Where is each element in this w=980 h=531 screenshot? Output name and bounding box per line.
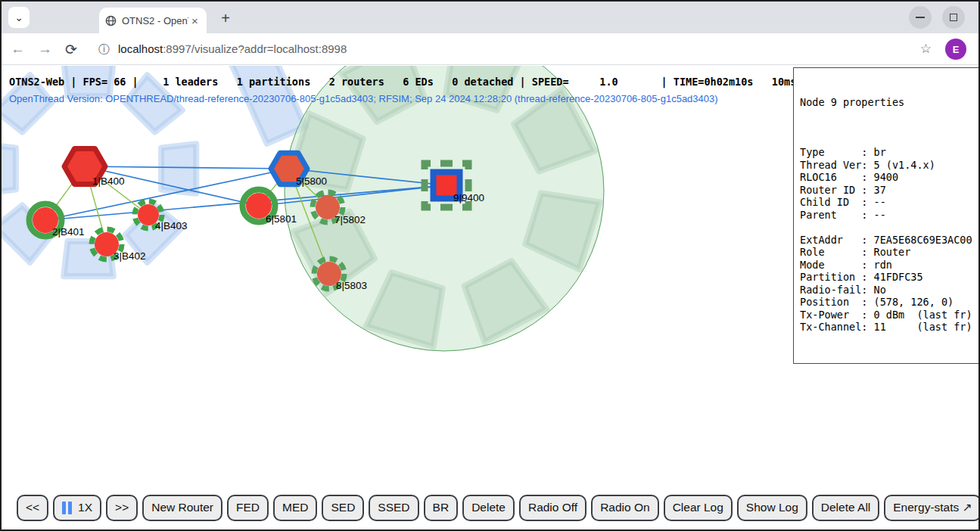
pause-icon [62,502,66,514]
property-line: Parent : -- [800,209,973,222]
ssed-button[interactable]: SSED [369,495,418,521]
speed-label: 1X [78,501,92,514]
property-line: Mode : rdn [800,259,973,272]
property-line: Role : Router [800,246,973,259]
property-line [800,134,973,147]
show-log-button[interactable]: Show Log [737,495,807,521]
window-minimize-button[interactable] [909,6,932,29]
property-line [800,221,973,234]
node-6-label: 6|5801 [266,213,297,225]
property-line: Partition : 41FDFC35 [800,271,973,284]
sed-button[interactable]: SED [322,495,364,521]
tab-close-icon[interactable]: × [191,15,198,26]
node-7-label: 7|5802 [334,214,366,225]
radio-off-button[interactable]: Radio Off [519,495,586,521]
globe-icon [105,15,117,26]
node-properties-body: Type : brThread Ver: 5 (v1.4.x)RLOC16 : … [800,134,973,334]
new-router-button[interactable]: New Router [142,495,222,521]
forward-icon[interactable]: → [38,33,52,65]
url-path: :8997/visualize?addr=localhost:8998 [163,42,347,55]
reload-icon[interactable]: ⟳ [65,33,77,65]
pause-icon [68,502,72,514]
node-3-label: 3|B402 [114,250,146,262]
maximize-icon [950,14,957,21]
new-tab-button[interactable]: + [215,8,236,29]
minimize-icon [916,17,925,18]
property-line: Child ID : -- [800,196,973,209]
address-bar[interactable]: localhost:8997/visualize?addr=localhost:… [118,33,347,65]
profile-avatar[interactable]: E [945,39,966,60]
property-line: Router ID : 37 [800,184,973,197]
network-canvas[interactable]: 1|B4002|B4013|B4024|B4035|58006|58017|58… [2,66,795,531]
url-host: localhost [118,42,163,55]
browser-toolbar: ← → ⟳ ⓘ localhost:8997/visualize?addr=lo… [2,33,978,65]
property-line: Radio-fail: No [800,284,973,297]
bookmark-star-icon[interactable]: ☆ [920,33,932,65]
openthread-version-line: OpenThread Version: OPENTHREAD/thread-re… [9,93,718,104]
delete-all-button[interactable]: Delete All [812,495,879,521]
fed-button[interactable]: FED [227,495,269,521]
otns-page: 1|B4002|B4013|B4024|B4035|58006|58017|58… [2,66,978,529]
property-line: Position : (578, 126, 0) [800,296,973,309]
energy-stats-button[interactable]: Energy-stats ↗ [884,495,980,521]
window-maximize-button[interactable] [942,6,965,29]
tab-title: OTNS2 - OpenThread Ne [122,15,188,26]
step-forward-button[interactable]: >> [106,495,138,521]
property-line: Thread Ver: 5 (v1.4.x) [800,159,973,172]
tab-strip: ⌄ OTNS2 - OpenThread Ne × + [2,2,978,33]
med-button[interactable]: MED [273,495,317,521]
delete-button[interactable]: Delete [462,495,515,521]
simulation-status-line: OTNS2-Web | FPS= 66 | 1 leaders 1 partit… [9,76,833,88]
property-line: ExtAddr : 7EA5E68C69E3AC00 [800,234,973,247]
tab-search-chevron-icon[interactable]: ⌄ [8,7,30,28]
site-info-icon[interactable]: ⓘ [98,33,110,65]
node-8-label: 8|5803 [336,280,367,291]
partition-gear-tooth [2,144,16,194]
step-back-button[interactable]: << [17,495,48,521]
node-2-label: 2|B401 [52,226,85,238]
back-icon[interactable]: ← [11,33,25,65]
clear-log-button[interactable]: Clear Log [664,495,733,521]
browser-window: ⌄ OTNS2 - OpenThread Ne × + ← → ⟳ ⓘ loca… [0,0,980,531]
radio-on-button[interactable]: Radio On [591,495,658,521]
property-line: Tx-Channel: 11 (last fr) [800,321,973,334]
property-line: Tx-Power : 0 dBm (last fr) [800,309,973,321]
node-properties-title: Node 9 properties [800,96,973,109]
node-properties-panel: Node 9 properties Type : brThread Ver: 5… [793,67,980,364]
br-button[interactable]: BR [424,495,459,521]
partition-gear-tooth [161,144,196,194]
tab-otns2[interactable]: OTNS2 - OpenThread Ne × [99,8,207,33]
node-1-label: 1|B400 [92,175,125,187]
speed-button[interactable]: 1X [53,495,101,521]
property-line: RLOC16 : 9400 [800,171,973,184]
node-5-label: 5|5800 [296,175,327,187]
property-line: Type : br [800,146,973,159]
simulation-toolbar: <<1X>>New RouterFEDMEDSEDSSEDBRDeleteRad… [17,492,978,523]
node-9-label: 9|9400 [453,192,484,203]
node-4-label: 4|B403 [155,220,188,231]
